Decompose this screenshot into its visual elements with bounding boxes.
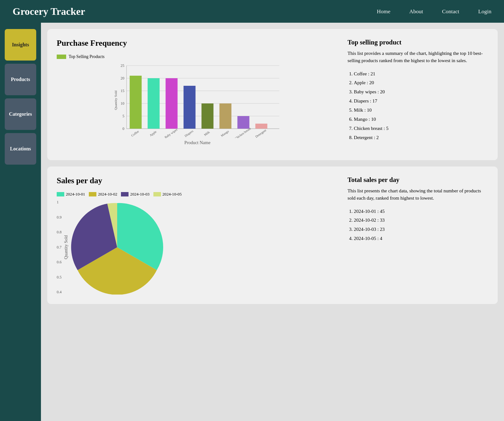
pie-legend-label-2: 2024-10-02: [98, 192, 117, 197]
purchase-frequency-card: Purchase Frequency Top Selling Products: [47, 29, 498, 160]
bar-apple: [148, 78, 160, 129]
list-item: Coffee : 21: [354, 69, 488, 79]
bar-diapers: [184, 86, 196, 129]
sidebar-item-products[interactable]: Products: [5, 64, 36, 95]
nav-contact[interactable]: Contact: [442, 8, 459, 15]
bar-y-label: Quantity Sold: [114, 91, 117, 110]
bar-detergent: [255, 124, 267, 129]
bar-chart-svg: 0 5 10 15 20 25 Coffee: [57, 62, 338, 138]
svg-text:Mango: Mango: [220, 129, 230, 137]
main-content: Purchase Frequency Top Selling Products: [41, 23, 504, 421]
header: Grocery Tracker Home About Contact Login: [0, 0, 504, 23]
total-sales-description: This list presents the chart data, showi…: [347, 187, 488, 202]
list-item: Mango : 10: [354, 115, 488, 124]
sales-per-day-title: Sales per day: [57, 176, 338, 185]
pie-legend: 2024-10-01 2024-10-02 2024-10-03 2024-10…: [57, 192, 338, 197]
y-tick: 1: [57, 200, 62, 205]
nav-login[interactable]: Login: [478, 8, 491, 15]
sidebar-item-locations[interactable]: Locations: [5, 133, 36, 165]
list-item: Detergent : 2: [354, 133, 488, 142]
bar-chart-legend: Top Selling Products: [57, 54, 338, 59]
pie-chart-svg: [70, 200, 164, 295]
svg-text:Coffee: Coffee: [130, 130, 140, 137]
pie-legend-color-3: [121, 192, 129, 196]
pie-legend-label-1: 2024-10-01: [66, 192, 85, 197]
pie-chart-section: Sales per day 2024-10-01 2024-10-02 2024…: [57, 176, 338, 295]
pie-y-label: Quantity Sold: [64, 235, 69, 259]
svg-text:Baby wipes: Baby wipes: [164, 128, 178, 138]
list-item: 2024-10-05 : 4: [354, 234, 488, 243]
pie-legend-color-2: [89, 192, 96, 196]
bar-chicken: [238, 116, 249, 129]
sidebar-item-insights[interactable]: Insights: [5, 29, 36, 61]
list-item: Diapers : 17: [354, 96, 488, 106]
y-tick: 0.6: [57, 260, 62, 265]
svg-text:Detergent: Detergent: [255, 128, 267, 138]
svg-text:20: 20: [121, 76, 124, 80]
pie-legend-item-1: 2024-10-01: [57, 192, 85, 197]
pie-legend-color-4: [153, 192, 161, 196]
svg-text:Apple: Apple: [149, 130, 157, 137]
y-tick: 0.7: [57, 245, 62, 250]
sales-per-day-card: Sales per day 2024-10-01 2024-10-02 2024…: [47, 167, 498, 304]
pie-legend-item-4: 2024-10-05: [153, 192, 182, 197]
list-item: Chicken breast : 5: [354, 124, 488, 133]
bar-legend-color: [57, 55, 66, 59]
svg-text:Milk: Milk: [203, 130, 210, 137]
top-selling-section: Top selling product This list provides a…: [347, 38, 488, 151]
pie-legend-label-3: 2024-10-03: [130, 192, 149, 197]
list-item: Baby wipes : 20: [354, 87, 488, 96]
bar-legend-label: Top Selling Products: [69, 54, 105, 59]
bar-babywipes: [166, 78, 178, 129]
purchase-frequency-title: Purchase Frequency: [57, 38, 338, 48]
nav-home[interactable]: Home: [377, 8, 390, 15]
pie-chart-wrapper: 0.4 0.5 0.6 0.7 0.8 0.9 1 Quantity Sold: [57, 200, 338, 295]
total-sales-title: Total sales per day: [347, 176, 488, 184]
app-title: Grocery Tracker: [13, 6, 377, 17]
y-tick: 0.8: [57, 230, 62, 235]
svg-text:15: 15: [121, 89, 124, 93]
bar-x-label: Product Name: [57, 140, 338, 145]
pie-legend-item-2: 2024-10-02: [89, 192, 117, 197]
svg-text:25: 25: [121, 63, 124, 68]
bar-coffee: [130, 76, 142, 129]
pie-legend-label-4: 2024-10-05: [163, 192, 182, 197]
list-item: 2024-10-01 : 45: [354, 207, 488, 216]
pie-y-axis: 0.4 0.5 0.6 0.7 0.8 0.9 1: [57, 200, 62, 295]
bar-milk: [202, 103, 214, 129]
nav-about[interactable]: About: [409, 8, 423, 15]
bar-mango: [220, 103, 232, 129]
bar-chart-container: 0 5 10 15 20 25 Coffee: [57, 62, 338, 151]
total-sales-list: 2024-10-01 : 45 2024-10-02 : 33 2024-10-…: [347, 207, 488, 243]
pie-legend-item-3: 2024-10-03: [121, 192, 149, 197]
top-selling-description: This list provides a summary of the char…: [347, 50, 488, 64]
total-sales-section: Total sales per day This list presents t…: [347, 176, 488, 295]
top-selling-list: Coffee : 21 Apple : 20 Baby wipes : 20 D…: [347, 69, 488, 142]
main-nav: Home About Contact Login: [377, 8, 491, 15]
sidebar: Insights Products Categories Locations: [0, 23, 41, 421]
list-item: Apple : 20: [354, 78, 488, 87]
pie-legend-color-1: [57, 192, 64, 196]
top-selling-title: Top selling product: [347, 38, 488, 46]
list-item: Milk : 10: [354, 106, 488, 115]
svg-text:Diapers: Diapers: [184, 129, 194, 138]
main-layout: Insights Products Categories Locations P…: [0, 23, 504, 421]
y-tick: 0.4: [57, 290, 62, 295]
list-item: 2024-10-02 : 33: [354, 216, 488, 225]
svg-text:5: 5: [123, 114, 124, 118]
svg-text:0: 0: [123, 126, 124, 131]
sidebar-item-categories[interactable]: Categories: [5, 98, 36, 130]
list-item: 2024-10-03 : 23: [354, 225, 488, 234]
y-tick: 0.5: [57, 275, 62, 280]
bar-chart-section: Purchase Frequency Top Selling Products: [57, 38, 338, 151]
y-tick: 0.9: [57, 215, 62, 220]
svg-text:10: 10: [121, 101, 124, 106]
